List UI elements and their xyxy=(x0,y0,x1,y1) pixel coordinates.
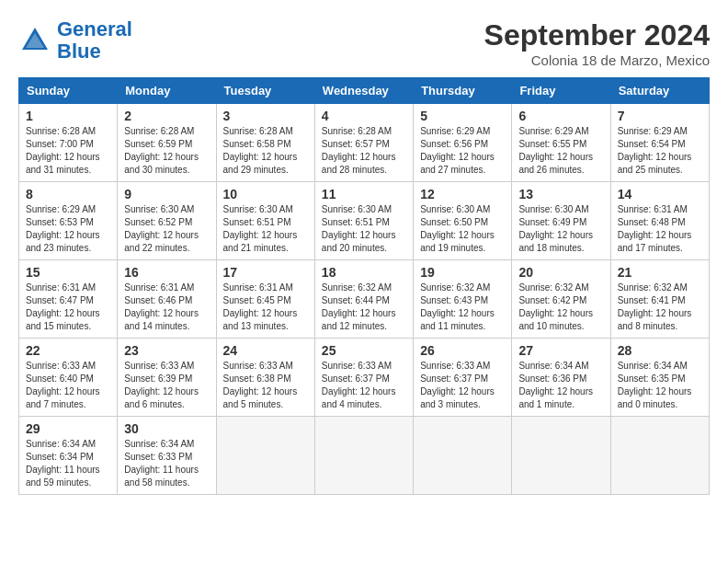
calendar-cell: 29Sunrise: 6:34 AM Sunset: 6:34 PM Dayli… xyxy=(19,417,118,495)
day-number: 5 xyxy=(420,109,505,123)
day-info: Sunrise: 6:34 AM Sunset: 6:33 PM Dayligh… xyxy=(124,438,209,489)
day-number: 18 xyxy=(322,265,406,280)
day-info: Sunrise: 6:32 AM Sunset: 6:44 PM Dayligh… xyxy=(322,282,406,333)
weekday-header-thursday: Thursday xyxy=(414,78,512,104)
calendar-cell: 19Sunrise: 6:32 AM Sunset: 6:43 PM Dayli… xyxy=(414,260,512,339)
day-number: 8 xyxy=(26,187,110,201)
title-block: September 2024 Colonia 18 de Marzo, Mexi… xyxy=(484,18,710,68)
weekday-header-monday: Monday xyxy=(118,78,216,104)
calendar-cell: 1Sunrise: 6:28 AM Sunset: 7:00 PM Daylig… xyxy=(19,104,118,182)
day-info: Sunrise: 6:31 AM Sunset: 6:47 PM Dayligh… xyxy=(26,282,110,333)
day-info: Sunrise: 6:33 AM Sunset: 6:37 PM Dayligh… xyxy=(322,360,406,411)
calendar-cell: 4Sunrise: 6:28 AM Sunset: 6:57 PM Daylig… xyxy=(314,104,413,182)
calendar-cell: 7Sunrise: 6:29 AM Sunset: 6:54 PM Daylig… xyxy=(610,104,709,182)
day-number: 24 xyxy=(223,343,308,358)
day-number: 2 xyxy=(124,109,209,123)
weekday-header-sunday: Sunday xyxy=(19,78,118,104)
calendar-cell: 20Sunrise: 6:32 AM Sunset: 6:42 PM Dayli… xyxy=(512,260,610,339)
day-info: Sunrise: 6:29 AM Sunset: 6:54 PM Dayligh… xyxy=(618,125,702,177)
day-info: Sunrise: 6:28 AM Sunset: 6:57 PM Dayligh… xyxy=(322,125,406,177)
day-number: 13 xyxy=(518,187,603,201)
calendar-cell: 25Sunrise: 6:33 AM Sunset: 6:37 PM Dayli… xyxy=(314,339,413,417)
calendar-cell: 14Sunrise: 6:31 AM Sunset: 6:48 PM Dayli… xyxy=(610,182,709,260)
logo: General Blue xyxy=(18,18,132,63)
day-info: Sunrise: 6:34 AM Sunset: 6:35 PM Dayligh… xyxy=(618,360,702,411)
calendar-cell: 22Sunrise: 6:33 AM Sunset: 6:40 PM Dayli… xyxy=(19,339,118,417)
day-number: 9 xyxy=(124,187,209,201)
calendar-cell: 11Sunrise: 6:30 AM Sunset: 6:51 PM Dayli… xyxy=(314,182,413,260)
weekday-header-wednesday: Wednesday xyxy=(314,78,413,104)
calendar-cell: 21Sunrise: 6:32 AM Sunset: 6:41 PM Dayli… xyxy=(610,260,709,339)
month-title: September 2024 xyxy=(484,18,710,52)
day-info: Sunrise: 6:34 AM Sunset: 6:36 PM Dayligh… xyxy=(518,360,603,411)
calendar-cell: 10Sunrise: 6:30 AM Sunset: 6:51 PM Dayli… xyxy=(216,182,314,260)
day-number: 25 xyxy=(322,343,406,358)
day-number: 11 xyxy=(322,187,406,201)
calendar-week-3: 15Sunrise: 6:31 AM Sunset: 6:47 PM Dayli… xyxy=(19,260,710,339)
day-number: 14 xyxy=(618,187,702,201)
weekday-header-friday: Friday xyxy=(512,78,610,104)
calendar-cell xyxy=(216,417,314,495)
day-info: Sunrise: 6:31 AM Sunset: 6:45 PM Dayligh… xyxy=(223,282,308,333)
calendar-week-5: 29Sunrise: 6:34 AM Sunset: 6:34 PM Dayli… xyxy=(19,417,710,495)
logo-blue: Blue xyxy=(57,40,101,63)
page-header: General Blue September 2024 Colonia 18 d… xyxy=(18,18,710,68)
day-number: 22 xyxy=(26,343,110,358)
calendar-cell: 9Sunrise: 6:30 AM Sunset: 6:52 PM Daylig… xyxy=(118,182,216,260)
weekday-header-tuesday: Tuesday xyxy=(216,78,314,104)
calendar-header-row: SundayMondayTuesdayWednesdayThursdayFrid… xyxy=(19,78,710,104)
day-info: Sunrise: 6:30 AM Sunset: 6:49 PM Dayligh… xyxy=(518,203,603,255)
day-info: Sunrise: 6:33 AM Sunset: 6:39 PM Dayligh… xyxy=(124,360,209,411)
calendar-table: SundayMondayTuesdayWednesdayThursdayFrid… xyxy=(18,77,710,495)
calendar-cell: 13Sunrise: 6:30 AM Sunset: 6:49 PM Dayli… xyxy=(512,182,610,260)
calendar-cell: 27Sunrise: 6:34 AM Sunset: 6:36 PM Dayli… xyxy=(512,339,610,417)
day-number: 23 xyxy=(124,343,209,358)
day-number: 29 xyxy=(26,421,110,436)
calendar-cell: 5Sunrise: 6:29 AM Sunset: 6:56 PM Daylig… xyxy=(414,104,512,182)
calendar-cell: 3Sunrise: 6:28 AM Sunset: 6:58 PM Daylig… xyxy=(216,104,314,182)
day-number: 3 xyxy=(223,109,308,123)
day-info: Sunrise: 6:34 AM Sunset: 6:34 PM Dayligh… xyxy=(26,438,110,489)
day-info: Sunrise: 6:28 AM Sunset: 6:59 PM Dayligh… xyxy=(124,125,209,177)
day-info: Sunrise: 6:29 AM Sunset: 6:56 PM Dayligh… xyxy=(420,125,505,177)
calendar-cell: 28Sunrise: 6:34 AM Sunset: 6:35 PM Dayli… xyxy=(610,339,709,417)
day-number: 12 xyxy=(420,187,505,201)
calendar-cell: 26Sunrise: 6:33 AM Sunset: 6:37 PM Dayli… xyxy=(414,339,512,417)
day-info: Sunrise: 6:30 AM Sunset: 6:51 PM Dayligh… xyxy=(223,203,308,255)
logo-general: General xyxy=(57,17,132,40)
day-number: 4 xyxy=(322,109,406,123)
calendar-week-2: 8Sunrise: 6:29 AM Sunset: 6:53 PM Daylig… xyxy=(19,182,710,260)
calendar-cell: 8Sunrise: 6:29 AM Sunset: 6:53 PM Daylig… xyxy=(19,182,118,260)
day-info: Sunrise: 6:32 AM Sunset: 6:41 PM Dayligh… xyxy=(618,282,702,333)
calendar-cell: 18Sunrise: 6:32 AM Sunset: 6:44 PM Dayli… xyxy=(314,260,413,339)
calendar-week-1: 1Sunrise: 6:28 AM Sunset: 7:00 PM Daylig… xyxy=(19,104,710,182)
calendar-cell: 17Sunrise: 6:31 AM Sunset: 6:45 PM Dayli… xyxy=(216,260,314,339)
day-number: 20 xyxy=(518,265,603,280)
day-number: 6 xyxy=(518,109,603,123)
day-info: Sunrise: 6:30 AM Sunset: 6:52 PM Dayligh… xyxy=(124,203,209,255)
calendar-cell: 15Sunrise: 6:31 AM Sunset: 6:47 PM Dayli… xyxy=(19,260,118,339)
logo-text: General Blue xyxy=(57,18,132,63)
calendar-cell: 6Sunrise: 6:29 AM Sunset: 6:55 PM Daylig… xyxy=(512,104,610,182)
day-number: 1 xyxy=(26,109,110,123)
location-subtitle: Colonia 18 de Marzo, Mexico xyxy=(484,52,710,68)
day-info: Sunrise: 6:33 AM Sunset: 6:37 PM Dayligh… xyxy=(420,360,505,411)
day-info: Sunrise: 6:29 AM Sunset: 6:55 PM Dayligh… xyxy=(518,125,603,177)
weekday-header-saturday: Saturday xyxy=(610,78,709,104)
day-number: 16 xyxy=(124,265,209,280)
calendar-cell xyxy=(414,417,512,495)
day-info: Sunrise: 6:32 AM Sunset: 6:43 PM Dayligh… xyxy=(420,282,505,333)
day-info: Sunrise: 6:32 AM Sunset: 6:42 PM Dayligh… xyxy=(518,282,603,333)
day-info: Sunrise: 6:31 AM Sunset: 6:48 PM Dayligh… xyxy=(618,203,702,255)
day-info: Sunrise: 6:29 AM Sunset: 6:53 PM Dayligh… xyxy=(26,203,110,255)
day-info: Sunrise: 6:28 AM Sunset: 6:58 PM Dayligh… xyxy=(223,125,308,177)
calendar-cell xyxy=(610,417,709,495)
day-number: 15 xyxy=(26,265,110,280)
day-info: Sunrise: 6:28 AM Sunset: 7:00 PM Dayligh… xyxy=(26,125,110,177)
day-number: 26 xyxy=(420,343,505,358)
day-number: 30 xyxy=(124,421,209,436)
day-number: 7 xyxy=(618,109,702,123)
calendar-cell xyxy=(512,417,610,495)
day-info: Sunrise: 6:31 AM Sunset: 6:46 PM Dayligh… xyxy=(124,282,209,333)
day-number: 19 xyxy=(420,265,505,280)
